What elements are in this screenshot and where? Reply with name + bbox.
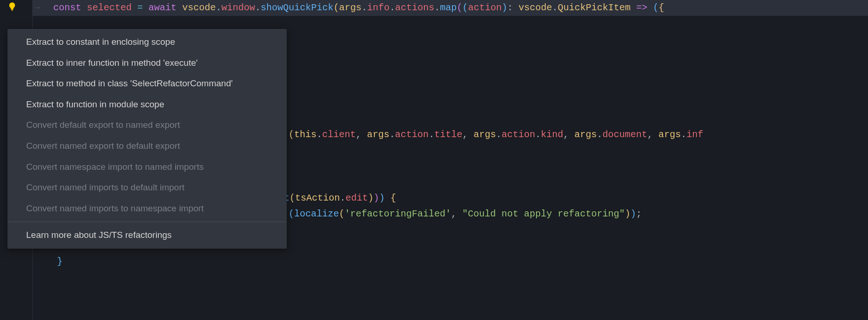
menu-item-convert-named-to-default[interactable]: Convert named export to default export: [7, 136, 287, 157]
menu-item-convert-namespace-to-named[interactable]: Convert namespace import to named import…: [7, 157, 287, 178]
menu-item-extract-method[interactable]: Extract to method in class 'SelectRefact…: [7, 73, 287, 94]
editor: → const selected = await vscode.window.s…: [0, 0, 868, 320]
menu-item-extract-constant[interactable]: Extract to constant in enclosing scope: [7, 32, 287, 53]
menu-item-extract-function-module[interactable]: Extract to function in module scope: [7, 94, 287, 115]
code-line[interactable]: }: [33, 254, 868, 270]
menu-separator: [7, 222, 287, 222]
menu-item-convert-default-to-named[interactable]: Convert default export to named export: [7, 115, 287, 136]
menu-item-convert-named-to-default-import[interactable]: Convert named imports to default import: [7, 177, 287, 198]
menu-item-learn-more[interactable]: Learn more about JS/TS refactorings: [7, 225, 287, 246]
menu-item-convert-named-to-namespace[interactable]: Convert named imports to namespace impor…: [7, 198, 287, 219]
menu-item-extract-inner-function[interactable]: Extract to inner function in method 'exe…: [7, 53, 287, 74]
refactor-context-menu: Extract to constant in enclosing scope E…: [7, 29, 287, 249]
code-line[interactable]: → const selected = await vscode.window.s…: [33, 0, 868, 16]
lightbulb-icon[interactable]: [7, 2, 17, 14]
